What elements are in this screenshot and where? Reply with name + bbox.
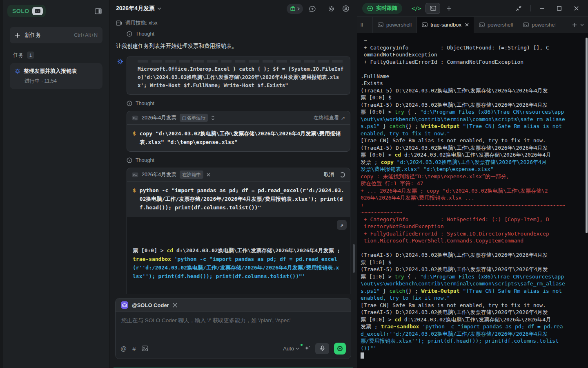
terminal-line: 票 [0:0] > cd d:\2024.03.02换电脑\工作\发票存储\20… (361, 316, 586, 323)
chevron-down-icon (296, 348, 299, 350)
terminal-line: + ~~~~~~~~~~~~~~~~~~~~~~~~~~~~~~~~~~~~~~… (361, 202, 586, 209)
terminal-line: 票 [0:0] > try { . "d:\Program Files (x86… (361, 108, 586, 116)
terminal-line: tion,Microsoft.PowerShell.Commands.CopyI… (361, 237, 586, 245)
terminal-command-card: 2026年4月发票 白名单运行 在终端查看 ↗ $ copy "d:\2024.… (127, 111, 350, 152)
terminal-list-chevron-icon[interactable] (580, 24, 584, 26)
scrollbar-thumb[interactable] (353, 244, 355, 273)
robot-icon (32, 7, 43, 15)
robot-icon (120, 301, 129, 309)
expand-output-button[interactable]: ↗ (337, 220, 347, 230)
new-chat-icon[interactable] (307, 3, 318, 14)
conversation: 调用技能: xlsx Thought 让我创建任务列表并开始处理发票和费用报销表… (109, 17, 357, 294)
mention-icon[interactable]: @ (120, 345, 127, 352)
terminal-line: + FullyQualifiedErrorId : CommandNotFoun… (361, 58, 586, 66)
terminal-line: + CategoryInfo : ObjectNotFound: (=:Stri… (361, 44, 586, 52)
code-block-clipped[interactable]: Microsoft.Office.Interop.Excel } catch {… (127, 56, 350, 95)
shell-prompt: $ (133, 186, 136, 212)
gift-promo-button[interactable] (287, 4, 303, 14)
code-view-icon[interactable]: </> (412, 5, 421, 11)
assistant-message: 让我创建任务列表并开始处理发票和费用报销表。 (116, 43, 350, 50)
terminal-line: (TraeAI-5) D:\2024.03.02换电脑\工作\发票存储\2026… (361, 251, 586, 259)
terminal-line: 票 [0:0] > cd d:\2024.03.02换电脑\工作\发票存储\20… (361, 151, 586, 159)
terminal-line (361, 245, 586, 252)
terminal-output[interactable]: ~ + CategoryInfo : ObjectNotFound: (=:St… (357, 33, 588, 368)
message-input[interactable] (120, 316, 346, 340)
add-view-icon[interactable] (445, 4, 453, 13)
terminal-line: irectoryNotFoundException (361, 223, 586, 230)
thought-label: Thought (136, 31, 154, 37)
collapse-panel-icon[interactable] (512, 4, 525, 13)
terminal-line: [Trae CN] Safe Rm alias is not enabled, … (361, 302, 586, 309)
task-list-item[interactable]: 整理发票并填入报销表 进行中 · 11:54 (10, 63, 102, 89)
terminal-line: \out\vs\workbench\contrib\terminal\commo… (361, 116, 586, 123)
tab-powershell-1[interactable]: powershell (373, 17, 417, 33)
cancel-button[interactable]: 取消 (324, 171, 334, 178)
info-icon (127, 101, 132, 106)
terminal-tab-icon (523, 22, 529, 27)
sort-arrows-icon[interactable] (211, 115, 215, 120)
new-terminal-icon[interactable] (572, 22, 577, 27)
live-follow-button[interactable]: 实时跟随 (362, 3, 402, 14)
terminal-view-icon[interactable] (425, 3, 440, 14)
thought-row[interactable]: Thought (127, 31, 350, 37)
tab-powershell-3[interactable]: powershell (518, 17, 568, 33)
view-in-terminal-link[interactable]: 在终端查看 ↗ (314, 114, 345, 121)
enhance-sparkle-icon[interactable] (304, 346, 310, 352)
tab-powershell-2[interactable]: powershell (474, 17, 518, 33)
session-title-dropdown[interactable]: 2026年4月发票 (116, 5, 161, 12)
close-tab-icon[interactable] (465, 23, 469, 27)
stop-record-button[interactable] (334, 343, 346, 355)
terminal-chip-icon (132, 115, 138, 121)
terminal-line: s.ps1" } catch{} ; Write-Output "[Trae C… (361, 287, 586, 295)
command-output: ↗ 票 [0:0] > cd d:\2024.03.02换电脑\工作\发票存储\… (127, 217, 350, 294)
tasks-header: 任务 1 (13, 52, 109, 59)
terminal-line: enabled, try to fix it now." (361, 130, 586, 137)
terminal-line: .Exists (361, 80, 586, 87)
live-follow-label: 实时跟随 (376, 4, 397, 12)
panel-toggle-icon[interactable] (93, 7, 103, 16)
minimize-window-icon[interactable] (536, 4, 548, 13)
account-icon[interactable] (341, 3, 351, 14)
thought-label: Thought (136, 101, 154, 106)
skill-text: 调用技能: xlsx (125, 20, 157, 27)
clipped-text-row (138, 60, 344, 63)
shell-command: python -c "import pandas as pd; df = pd.… (140, 186, 344, 212)
terminal-line: 所在位置 行:1 字符: 47 (361, 180, 586, 187)
chat-header: 2026年4月发票 (109, 0, 357, 17)
shell-prompt: $ (133, 129, 136, 146)
agent-selector-row[interactable]: @SOLO Coder (116, 298, 351, 312)
terminal-line: 026年\2026年4月发票\费用报销表.xlsx ... (361, 194, 586, 202)
terminal-line: (TraeAI-5) D:\2024.03.02换电脑\工作\发票存储\2026… (361, 309, 586, 316)
command-app-label: 2026年4月发票 (142, 114, 176, 121)
microphone-button[interactable] (315, 343, 329, 354)
terminal-line: enabled, try to fix it now." (361, 294, 586, 302)
agent-name: @SOLO Coder (132, 302, 169, 308)
close-window-icon[interactable] (570, 4, 582, 13)
model-mode-selector[interactable]: Auto (283, 346, 299, 352)
shell-command: copy "d:\2024.03.02换电脑\工作\发票存储\2026年\202… (140, 129, 344, 146)
chat-panel: 2026年4月发票 (109, 0, 357, 368)
terminal-line: 票 [1:0] > try { . "d:\Program Files (x86… (361, 273, 586, 280)
new-task-button[interactable]: 新任务 Ctrl+Alt+N (10, 27, 102, 43)
plus-icon (15, 32, 20, 38)
attach-image-icon[interactable] (142, 346, 148, 351)
maximize-window-icon[interactable] (553, 4, 565, 13)
tab-powershell-partial[interactable]: ll (357, 17, 373, 33)
context-hash-icon[interactable]: # (132, 345, 136, 352)
terminal-line: + ... 2026年4月发票 ; copy "d:\2024.03.02换电脑… (361, 187, 586, 195)
tasks-label: 任务 (13, 52, 24, 59)
settings-gear-icon[interactable] (326, 4, 336, 14)
close-small-icon[interactable] (207, 173, 210, 177)
sandbox-badge: 在沙箱中 (180, 171, 203, 179)
running-spinner-icon (340, 172, 345, 177)
terminal-line: ~ (361, 37, 586, 44)
terminal-line: ())"' (361, 345, 586, 352)
terminal-line: (TraeAI-5) D:\2024.03.02换电脑\工作\发票存储\2026… (361, 101, 586, 109)
tab-trae-sandbox[interactable]: trae-sandbox (417, 17, 474, 33)
solo-logo-text: SOLO (12, 8, 29, 14)
terminal-line: (TraeAI-5) D:\2024.03.02换电脑\工作\发票存储\2026… (361, 87, 586, 94)
thought-row[interactable]: Thought (127, 101, 350, 106)
live-icon (367, 5, 373, 11)
terminal-scrollbar-thumb[interactable] (586, 38, 588, 233)
thought-row[interactable]: Thought (127, 157, 350, 163)
